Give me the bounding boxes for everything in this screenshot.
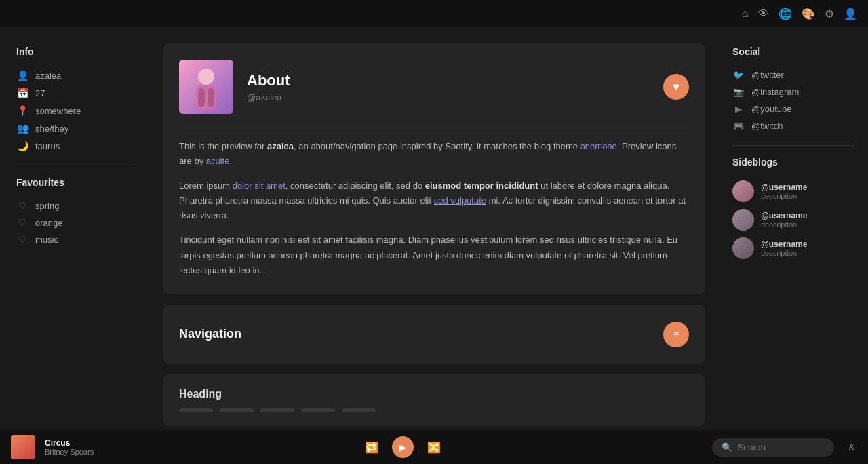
home-icon[interactable]: ⌂ [742,7,749,20]
sideblog-desc-1: description [761,192,807,200]
nav-card-title: Navigation [179,327,241,341]
sideblog-avatar-img-3 [732,237,754,259]
youtube-icon: ▶ [732,104,745,114]
sideblog-name-1: @username [761,182,807,192]
heading-card-title: Heading [179,388,689,400]
player-bar: Circus Britney Spears 🔁 ▶ 🔀 🔍 Search &. [0,430,868,464]
palette-icon[interactable]: 🎨 [802,7,815,20]
favourites-title: Favourites [16,177,133,188]
info-title: Info [16,46,133,57]
heading-link-5 [342,408,376,412]
info-row-pronouns: 👥 she/they [16,119,133,137]
twitter-handle: @twitter [751,70,784,80]
instagram-handle: @instagram [751,87,799,97]
sideblogs-title: Sideblogs [732,157,854,168]
heading-link-1 [179,408,213,412]
heart-icon: ♡ [16,235,28,245]
info-sign: taurus [35,141,60,151]
info-pronouns: she/they [35,123,68,134]
right-sidebar: Social 🐦 @twitter 📷 @instagram ▶ @youtub… [719,27,868,430]
vulputate-link[interactable]: sed vulputate [434,195,486,206]
sideblog-desc-3: description [761,249,807,257]
youtube-handle: @youtube [751,104,791,114]
player-track-name: Circus [45,438,94,448]
twitter-icon: 🐦 [732,70,745,80]
svg-point-1 [198,69,214,85]
sidebar-divider [16,166,133,166]
about-paragraph-2: Lorem ipsum dolor sit amet, consectetur … [179,178,689,223]
calendar-icon: 📅 [16,88,28,98]
heading-card: Heading [163,374,705,426]
sideblog-info-1: @username description [761,182,807,200]
menu-button[interactable]: ≡ [663,322,689,347]
location-icon: 📍 [16,105,28,116]
instagram-icon: 📷 [732,87,745,97]
nav-card-header: Navigation ≡ [179,322,689,347]
user-icon[interactable]: 👤 [844,7,857,20]
player-thumbnail [11,435,35,459]
heading-links-row [179,408,689,412]
twitch-handle: @twitch [751,121,783,131]
sideblog-1: @username description [732,177,854,206]
search-icon: 🔍 [722,442,732,452]
info-row-age: 📅 27 [16,84,133,102]
search-bar[interactable]: 🔍 Search [712,438,834,457]
heart-icon: ♡ [16,218,28,228]
anemone-link[interactable]: anemone [580,141,617,151]
topbar: ⌂ 👁 🌐 🎨 ⚙ 👤 [0,0,868,27]
left-sidebar: Info 👤 azalea 📅 27 📍 somewhere 👥 she/the… [0,27,149,430]
info-location: somewhere [35,106,81,116]
social-instagram: 📷 @instagram [732,83,854,100]
about-paragraph-3: Tincidunt eget nullam non nisi est sit a… [179,233,689,277]
social-twitter: 🐦 @twitter [732,66,854,83]
right-divider [732,145,854,146]
sideblog-avatar-img-1 [732,180,754,202]
fav-spring: spring [35,201,59,211]
shuffle-button[interactable]: 🔀 [427,441,441,454]
moon-icon: 🌙 [16,140,28,151]
fav-orange: orange [35,218,62,228]
sideblog-avatar-1 [732,180,754,202]
sideblog-avatar-img-2 [732,209,754,231]
svg-rect-4 [208,88,214,107]
about-subtitle: @azalea [247,92,650,102]
player-extra: &. [849,442,857,452]
info-row-name: 👤 azalea [16,66,133,84]
info-name: azalea [35,71,61,81]
sideblog-info-2: @username description [761,211,807,229]
heart-button[interactable]: ♥ [663,74,689,100]
eye-icon[interactable]: 👁 [758,7,769,20]
heading-link-4 [301,408,335,412]
about-avatar [179,60,233,114]
fav-row-music: ♡ music [16,231,133,248]
sideblog-info-3: @username description [761,239,807,257]
sideblog-3: @username description [732,234,854,263]
globe-icon[interactable]: 🌐 [778,7,792,20]
acuite-link[interactable]: acuite [206,156,230,166]
sideblog-desc-2: description [761,220,807,229]
sideblog-avatar-3 [732,237,754,259]
sideblog-name-3: @username [761,239,807,249]
social-twitch: 🎮 @twitch [732,117,854,134]
fav-music: music [35,235,58,245]
about-card: About @azalea ♥ This is the preview for … [163,43,705,294]
repeat-button[interactable]: 🔁 [365,441,378,454]
search-placeholder: Search [738,442,766,452]
main-area: Info 👤 azalea 📅 27 📍 somewhere 👥 she/the… [0,27,868,430]
sideblog-avatar-2 [732,209,754,231]
fav-row-spring: ♡ spring [16,197,133,214]
info-row-location: 📍 somewhere [16,102,133,119]
heading-link-2 [220,408,254,412]
sideblog-name-2: @username [761,211,807,220]
about-divider [179,128,689,128]
sideblog-2: @username description [732,206,854,234]
gear-icon[interactable]: ⚙ [825,7,834,20]
fav-row-orange: ♡ orange [16,214,133,231]
about-header: About @azalea ♥ [179,60,689,114]
heart-icon: ♡ [16,201,28,211]
play-button[interactable]: ▶ [392,436,414,458]
social-title: Social [732,46,854,57]
info-age: 27 [35,88,45,98]
about-title: About [247,72,650,90]
dolor-link[interactable]: dolor sit amet [233,180,285,191]
